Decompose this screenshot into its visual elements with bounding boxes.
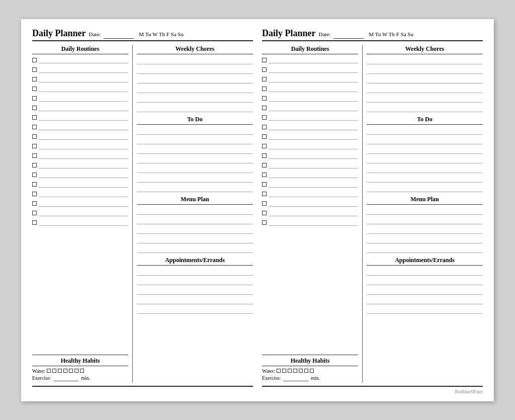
checkbox[interactable] <box>262 192 267 196</box>
water-cb-r4[interactable] <box>293 369 297 373</box>
checkbox[interactable] <box>32 77 37 81</box>
checkbox[interactable] <box>262 211 267 215</box>
checkbox[interactable] <box>32 182 37 187</box>
cb-line <box>269 105 358 111</box>
cb-line <box>39 162 128 169</box>
cb-line <box>39 182 128 188</box>
water-cb-7[interactable] <box>80 369 84 373</box>
healthy-habits-right: Healthy Habits Water: <box>262 355 358 383</box>
checkbox[interactable] <box>32 125 37 129</box>
checkbox[interactable] <box>32 144 37 148</box>
checkbox[interactable] <box>32 201 37 206</box>
menu-line <box>367 235 483 243</box>
checkbox[interactable] <box>262 182 267 187</box>
checkbox[interactable] <box>262 201 267 206</box>
checkbox[interactable] <box>262 173 267 177</box>
todo-line <box>367 184 483 192</box>
cb-line <box>39 220 128 226</box>
water-cb-r2[interactable] <box>282 369 286 373</box>
planner-left-body: Daily Routines <box>32 45 253 383</box>
checkbox[interactable] <box>32 115 37 120</box>
chore-line <box>137 104 253 112</box>
planner-left-days: M Tu W Th F Sa Su <box>139 31 184 37</box>
exercise-line-left <box>53 375 78 381</box>
checkbox[interactable] <box>262 96 267 101</box>
planner-left-col-right: Weekly Chores To Do <box>133 45 253 383</box>
todo-line <box>367 136 483 144</box>
cb-row <box>32 219 128 227</box>
checkbox[interactable] <box>262 87 267 91</box>
checkbox[interactable] <box>262 220 267 225</box>
min-label-right: min. <box>311 375 320 381</box>
cb-line <box>39 76 128 82</box>
checkbox[interactable] <box>32 67 37 72</box>
water-cb-r3[interactable] <box>288 369 292 373</box>
cb-row <box>262 123 358 131</box>
water-cb-1[interactable] <box>47 369 51 373</box>
checkbox[interactable] <box>262 77 267 81</box>
cb-row <box>32 104 128 112</box>
checkbox[interactable] <box>32 163 37 167</box>
paper: Daily Planner Date: M Tu W Th F Sa Su Da… <box>21 19 494 401</box>
checkbox[interactable] <box>32 87 37 91</box>
cb-line <box>269 172 358 178</box>
appt-label-left: Appointments/Errands <box>137 257 253 266</box>
checkbox[interactable] <box>32 220 37 225</box>
checkbox[interactable] <box>262 125 267 129</box>
menu-line <box>367 207 483 215</box>
menu-label-left: Menu Plan <box>137 196 253 205</box>
menu-line <box>137 226 253 234</box>
todo-line <box>137 155 253 163</box>
checkbox[interactable] <box>32 58 37 62</box>
water-cb-r5[interactable] <box>299 369 303 373</box>
cb-row <box>262 161 358 170</box>
checkbox[interactable] <box>262 163 267 167</box>
checkbox[interactable] <box>32 211 37 215</box>
checkbox[interactable] <box>32 153 37 158</box>
todo-line <box>137 165 253 173</box>
checkbox[interactable] <box>262 134 267 139</box>
todo-line <box>367 175 483 183</box>
checkbox[interactable] <box>262 58 267 62</box>
water-row-right: Water: <box>262 368 358 374</box>
water-cb-r1[interactable] <box>277 369 281 373</box>
cb-line <box>39 201 128 207</box>
todo-line <box>367 165 483 173</box>
checkbox[interactable] <box>32 173 37 177</box>
cb-line <box>39 105 128 111</box>
checkbox[interactable] <box>262 115 267 120</box>
planner-left-title: Daily Planner <box>32 28 86 39</box>
planner-right: Daily Planner Date: M Tu W Th F Sa Su Da… <box>262 28 483 387</box>
cb-line <box>269 115 358 121</box>
cb-line <box>39 210 128 216</box>
water-cb-r6[interactable] <box>304 369 308 373</box>
checkbox[interactable] <box>262 144 267 148</box>
checkbox[interactable] <box>262 67 267 72</box>
exercise-line-right <box>283 375 308 381</box>
checkbox[interactable] <box>32 192 37 196</box>
planner-right-header: Daily Planner Date: M Tu W Th F Sa Su <box>262 28 483 41</box>
water-cb-5[interactable] <box>69 369 73 373</box>
water-cb-4[interactable] <box>63 369 67 373</box>
water-row-left: Water: <box>32 368 128 374</box>
cb-line <box>39 124 128 130</box>
checkbox[interactable] <box>32 134 37 139</box>
checkbox[interactable] <box>262 153 267 158</box>
cb-row <box>262 75 358 83</box>
water-cb-3[interactable] <box>58 369 62 373</box>
checkbox[interactable] <box>32 96 37 101</box>
checkbox[interactable] <box>262 106 267 110</box>
menu-line <box>137 207 253 215</box>
water-cb-6[interactable] <box>74 369 78 373</box>
bottom-line-right <box>262 386 483 387</box>
checkbox[interactable] <box>32 106 37 110</box>
cb-line <box>269 76 358 82</box>
chore-line <box>367 75 483 83</box>
cb-line <box>39 67 128 73</box>
water-cb-2[interactable] <box>52 369 56 373</box>
appt-line <box>137 296 253 304</box>
chore-line <box>367 56 483 64</box>
water-cb-r7[interactable] <box>310 369 314 373</box>
planner-right-col-left: Daily Routines <box>262 45 363 383</box>
weekly-chores-header-right: Weekly Chores <box>367 45 483 54</box>
